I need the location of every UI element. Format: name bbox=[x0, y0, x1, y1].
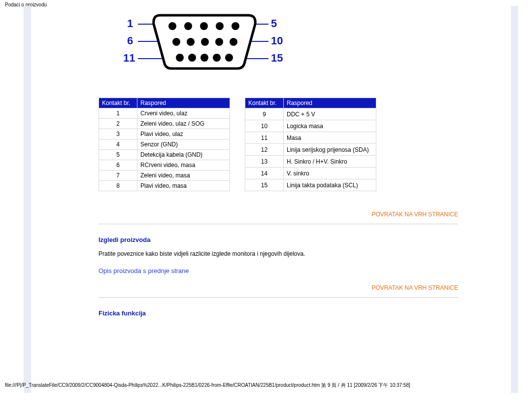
svg-point-12 bbox=[187, 38, 195, 46]
pin-label: 6 bbox=[127, 34, 133, 47]
pin-label: 11 bbox=[123, 52, 135, 64]
svg-point-19 bbox=[213, 54, 221, 62]
col-header-num: Kontakt br. bbox=[245, 98, 284, 108]
table-row: 9DDC + 5 V bbox=[245, 108, 376, 120]
table-row: 11Masa bbox=[245, 132, 376, 144]
svg-point-13 bbox=[201, 38, 209, 46]
svg-point-7 bbox=[184, 22, 192, 30]
pin-label: 1 bbox=[127, 17, 133, 30]
table-row: 14V. sinkro bbox=[245, 168, 376, 179]
section-body-views: Pratite poveznice kako biste vidjeli raz… bbox=[99, 250, 458, 257]
svg-point-9 bbox=[216, 22, 224, 30]
table-row: 10Logicka masa bbox=[245, 120, 376, 132]
table-row: 7Zeleni video, masa bbox=[99, 171, 230, 181]
pin-label: 5 bbox=[271, 17, 277, 30]
front-view-link[interactable]: Opis proizvoda s prednje strane bbox=[99, 267, 189, 274]
col-header-num: Kontakt br. bbox=[99, 98, 137, 108]
page-title: Podaci o proizvodu bbox=[0, 0, 532, 8]
section-title-physical: Fizicka funkcija bbox=[99, 309, 458, 317]
svg-point-6 bbox=[168, 22, 176, 30]
pin-label: 15 bbox=[271, 52, 283, 64]
pin-label: 10 bbox=[271, 34, 283, 47]
svg-point-18 bbox=[200, 54, 208, 62]
section-title-views: Izgledi proizvoda bbox=[99, 236, 458, 243]
table-row: 13H. Sinkro / H+V. Sinkro bbox=[245, 156, 376, 168]
pin-table-right: Kontakt br. Raspored 9DDC + 5 V 10Logick… bbox=[245, 98, 376, 191]
vga-connector-diagram: 1 6 11 5 10 15 bbox=[123, 12, 458, 73]
svg-point-15 bbox=[230, 38, 237, 46]
svg-point-10 bbox=[232, 22, 239, 30]
svg-point-8 bbox=[200, 22, 208, 30]
table-row: 4Senzor (GND) bbox=[99, 139, 230, 150]
svg-point-14 bbox=[215, 38, 223, 46]
svg-point-20 bbox=[225, 54, 233, 62]
back-to-top-link[interactable]: POVRATAK NA VRH STRANICE bbox=[371, 284, 458, 291]
divider bbox=[99, 224, 458, 224]
svg-point-16 bbox=[176, 54, 184, 62]
divider bbox=[99, 297, 458, 298]
table-row: 8Plavi video, masa bbox=[99, 181, 230, 191]
table-row: 1Crveni video, ulaz bbox=[99, 108, 230, 119]
table-row: 5Detekcija kabela (GND) bbox=[99, 150, 230, 160]
svg-point-17 bbox=[188, 54, 196, 62]
svg-point-11 bbox=[172, 38, 180, 46]
table-row: 3Plavi video, ulaz bbox=[99, 129, 230, 139]
col-header-desc: Raspored bbox=[137, 98, 230, 108]
col-header-desc: Raspored bbox=[284, 98, 376, 108]
table-row: 6RCrveni video, masa bbox=[99, 160, 230, 171]
back-to-top-link[interactable]: POVRATAK NA VRH STRANICE bbox=[371, 211, 458, 218]
pin-table-left: Kontakt br. Raspored 1Crveni video, ulaz… bbox=[99, 98, 230, 191]
table-row: 15Linija takta podataka (SCL) bbox=[245, 179, 376, 191]
table-row: 2Zeleni video, ulaz / SOG bbox=[99, 119, 230, 129]
pin-tables: Kontakt br. Raspored 1Crveni video, ulaz… bbox=[99, 98, 458, 191]
footer-path: file:///P|/P_TranslateFile/CC9/2009/2/CC… bbox=[5, 382, 410, 389]
table-row: 12Linija serijskog prijenosa (SDA) bbox=[245, 144, 376, 156]
